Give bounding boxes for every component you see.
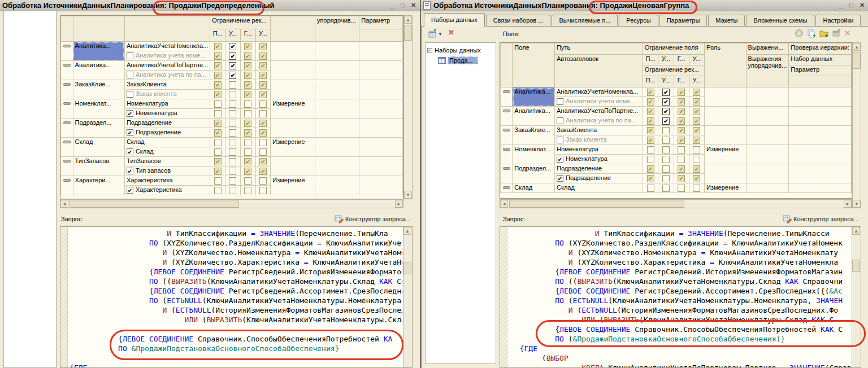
limit-check-cell[interactable]: ✔ [643, 135, 658, 145]
checkbox-checked[interactable]: ✔ [229, 43, 236, 50]
checkbox-unchecked[interactable] [214, 100, 222, 108]
checkbox-checked-disabled[interactable]: ✔ [244, 43, 251, 50]
field-path-cell[interactable]: АналитикаУчетаПоПартне... [555, 107, 643, 116]
limit-check-cell[interactable] [658, 145, 674, 155]
limit-check-cell[interactable]: ✔ [240, 80, 255, 90]
checkbox-unchecked[interactable] [647, 146, 654, 154]
checkbox-checked-disabled[interactable]: ✔ [259, 158, 267, 165]
field-name-cell[interactable]: Аналитика... [513, 107, 555, 126]
limit-check-cell[interactable] [240, 138, 255, 147]
checkbox-checked-disabled[interactable]: ✔ [678, 98, 685, 106]
checkbox-checked-disabled[interactable]: ✔ [693, 108, 700, 115]
checkbox-checked-disabled[interactable]: ✔ [244, 158, 251, 165]
limit-check-cell[interactable] [210, 138, 225, 147]
checkbox-checked-disabled[interactable]: ✔ [214, 168, 222, 175]
tab-resources[interactable]: Ресурсы [619, 15, 658, 26]
col-field[interactable] [73, 16, 124, 42]
limit-check-cell[interactable] [674, 155, 689, 164]
title-checkbox-unchecked[interactable] [127, 72, 133, 78]
field-hierarchy-cell[interactable] [789, 164, 852, 183]
checkbox-unchecked[interactable] [229, 139, 236, 146]
field-expression-cell[interactable] [315, 42, 359, 61]
limit-check-cell[interactable]: ✔ [255, 80, 271, 90]
field-name-cell[interactable]: ЗаказКлие... [513, 126, 555, 145]
col-hierarchy-parameter[interactable]: Параметр [789, 65, 852, 76]
field-title-cell[interactable]: ✔Номенклатура [555, 155, 643, 164]
col-check-u2[interactable]: У... [689, 55, 704, 65]
checkbox-checked-disabled[interactable]: ✔ [244, 91, 251, 98]
field-title-cell[interactable]: ✔Подразделение [124, 128, 210, 138]
col-ordering-expressions[interactable]: Выражения упорядочив... [746, 55, 789, 87]
limit-check-cell[interactable]: ✔ [240, 42, 255, 51]
checkbox-unchecked[interactable] [244, 100, 251, 108]
limit-check-cell[interactable]: ✔ [643, 126, 658, 135]
checkbox-unchecked[interactable] [259, 148, 267, 156]
limit-check-cell[interactable]: ✔ [643, 107, 658, 116]
checkbox-checked[interactable]: ✔ [229, 52, 236, 60]
checkbox-unchecked[interactable] [229, 168, 236, 175]
copy-field-icon[interactable] [807, 29, 816, 38]
title-checkbox-checked[interactable]: ✔ [127, 129, 133, 136]
checkbox-checked-disabled[interactable]: ✔ [244, 81, 251, 89]
field-path-cell[interactable]: Характеристика [124, 176, 210, 186]
col-field[interactable]: Поле [513, 43, 555, 87]
field-name-cell[interactable]: Номенклат... [513, 145, 555, 164]
field-title-cell[interactable]: Аналитика учета номе... [555, 97, 643, 107]
col-check-u3[interactable]: У... [658, 76, 674, 87]
maximize-button[interactable]: □ [398, 1, 407, 10]
title-checkbox-unchecked[interactable] [557, 117, 563, 124]
field-path-cell[interactable]: ЗаказКлиента [555, 126, 643, 135]
checkbox-checked-disabled[interactable]: ✔ [259, 72, 267, 79]
row-selector[interactable] [501, 87, 513, 107]
minimize-button[interactable]: _ [388, 1, 396, 10]
limit-check-cell[interactable] [689, 155, 704, 164]
field-title-cell[interactable]: Аналитика учета по па... [124, 71, 210, 80]
limit-check-cell[interactable]: ✔ [240, 90, 255, 99]
col-check-p2[interactable]: П... [643, 76, 658, 87]
limit-check-cell[interactable]: ✔ [210, 80, 225, 90]
left-query-vscrollbar[interactable]: ▲ [403, 227, 412, 368]
limit-check-cell[interactable] [225, 186, 241, 195]
field-hierarchy-cell[interactable] [789, 87, 852, 107]
col-hierarchy-dataset[interactable]: Набор данных [789, 55, 852, 65]
limit-check-cell[interactable] [658, 183, 674, 193]
delete-dataset-button[interactable]: ✕ [448, 28, 454, 37]
row-selector[interactable] [501, 126, 513, 145]
close-button[interactable]: ✕ [858, 1, 866, 10]
col-check-g[interactable]: Г... [674, 55, 689, 65]
left-table-vscrollbar[interactable]: ▲ ▼ [403, 15, 413, 199]
field-role-cell[interactable] [271, 157, 315, 176]
field-expression-cell[interactable] [315, 61, 359, 80]
checkbox-checked-disabled[interactable]: ✔ [647, 117, 654, 125]
limit-check-cell[interactable] [225, 109, 241, 119]
checkbox-unchecked[interactable] [693, 146, 700, 154]
checkbox-checked[interactable]: ✔ [662, 98, 670, 106]
field-expression-cell[interactable] [746, 87, 789, 107]
limit-check-cell[interactable] [658, 174, 674, 183]
field-path-cell[interactable]: Номенклатура [124, 99, 210, 109]
limit-check-cell[interactable]: ✔ [240, 51, 255, 61]
checkbox-checked-disabled[interactable]: ✔ [693, 98, 700, 106]
field-name-cell[interactable]: Подраздел... [73, 119, 124, 138]
field-role-cell[interactable] [705, 87, 747, 107]
col-check-u4[interactable]: У... [689, 76, 704, 87]
limit-check-cell[interactable]: ✔ [210, 157, 225, 167]
checkbox-unchecked[interactable] [662, 137, 670, 144]
field-role-cell[interactable] [271, 119, 315, 138]
limit-check-cell[interactable]: ✔ [674, 116, 689, 126]
col-expression[interactable]: Выражени... [746, 43, 789, 55]
field-title-cell[interactable]: ✔Подразделение [555, 174, 643, 183]
limit-check-cell[interactable]: ✔ [210, 71, 225, 80]
row-selector[interactable] [501, 107, 513, 126]
checkbox-checked-disabled[interactable]: ✔ [214, 43, 222, 50]
add-folder-icon[interactable] [819, 29, 828, 38]
col-check-p[interactable]: П... [210, 29, 225, 42]
checkbox-unchecked[interactable] [693, 185, 700, 192]
col-check-u2[interactable]: У... [255, 29, 271, 42]
checkbox-checked-disabled[interactable]: ✔ [693, 165, 700, 173]
checkbox-unchecked[interactable] [244, 187, 251, 194]
col-record-limit[interactable]: Ограничение рек... [210, 16, 271, 29]
field-path-cell[interactable]: ЗаказКлиента [124, 80, 210, 90]
limit-check-cell[interactable]: ✔ [255, 119, 271, 128]
field-title-cell[interactable]: ✔Характеристика [124, 186, 210, 195]
